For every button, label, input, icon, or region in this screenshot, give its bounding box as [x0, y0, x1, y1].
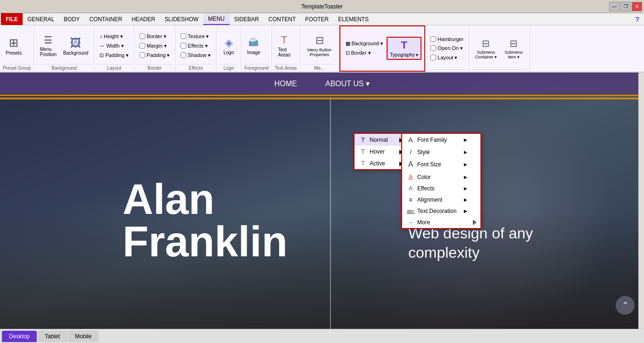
title-bar: TemplateToaster — ❐ ✕: [0, 0, 644, 13]
minimize-button[interactable]: —: [609, 2, 619, 11]
hamburger-button[interactable]: Hamburger: [428, 35, 466, 43]
tab-tablet[interactable]: Tablet: [38, 331, 67, 342]
menu-item-body[interactable]: BODY: [59, 13, 84, 25]
menu-item-container[interactable]: CONTAINER: [84, 13, 127, 25]
ribbon-group-preset: ⊞ Presets Preset Group: [0, 25, 34, 72]
texture-button[interactable]: Texture ▾: [178, 32, 213, 41]
canvas-area: HOME ABOUT US ▾ AlanFranklin Web design …: [0, 73, 644, 329]
submenu-container-button[interactable]: ⊟ SubmenuContainer ▾: [472, 36, 500, 61]
scroll-to-top-button[interactable]: ⌃: [616, 296, 635, 315]
canvas-hero-name: AlanFranklin: [123, 178, 288, 263]
layout-group-label: Layout: [97, 64, 131, 71]
border-group-label: Border: [137, 64, 172, 71]
margin-checkbox[interactable]: [140, 43, 145, 49]
app: TemplateToaster — ❐ ✕ FILE GENERAL BODY …: [0, 0, 644, 343]
layout2-checkbox[interactable]: [430, 55, 436, 60]
shadow-button[interactable]: Shadow ▾: [178, 51, 213, 60]
tab-desktop[interactable]: Desktop: [2, 331, 37, 342]
canvas-navigation: HOME ABOUT US ▾: [0, 73, 644, 96]
menu-item-menu[interactable]: MENU: [203, 13, 229, 25]
padding2-checkbox[interactable]: [140, 52, 145, 58]
color-icon: A: [407, 173, 414, 180]
menu-item-general[interactable]: GENERAL: [23, 13, 59, 25]
alignment-arrow: ▶: [464, 197, 471, 202]
submenu-color[interactable]: A Color ▶: [402, 171, 480, 183]
open-on-button[interactable]: Open On ▾: [428, 44, 466, 53]
layout2-button[interactable]: Layout ▾: [428, 53, 466, 62]
ribbon-group-hamburger: Hamburger Open On ▾ Layout ▾: [425, 25, 469, 72]
normal-label: Normal: [370, 137, 388, 143]
width-icon: ↔: [99, 43, 105, 49]
help-button[interactable]: ?: [635, 16, 643, 23]
open-on-checkbox[interactable]: [430, 45, 436, 51]
height-button[interactable]: ↕ Height ▾: [97, 32, 131, 41]
padding-button[interactable]: ⊡ Padding ▾: [97, 51, 131, 60]
text-areas-buttons: T TextAreas: [275, 27, 294, 64]
text-decoration-label: Text Decoration: [417, 208, 456, 214]
effects-checkbox[interactable]: [181, 43, 186, 49]
submenu-effects[interactable]: A Effects ▶: [402, 183, 480, 194]
presets-button[interactable]: ⊞ Presets: [3, 34, 25, 57]
logo-button[interactable]: ◈ Logo: [219, 35, 238, 57]
ribbon: ⊞ Presets Preset Group ☰ MenuPosition 🖼 …: [0, 25, 644, 73]
typography-group-label: [343, 68, 422, 70]
submenu-text-decoration[interactable]: abc Text Decoration ▶: [402, 205, 480, 217]
nav-about-arrow: ▾: [366, 80, 370, 88]
color-arrow: ▶: [464, 175, 471, 180]
height-icon: ↕: [99, 33, 102, 39]
tab-mobile[interactable]: Mobile: [68, 331, 99, 342]
window-controls: — ❐ ✕: [609, 2, 642, 11]
menu-bar: FILE GENERAL BODY CONTAINER HEADER SLIDE…: [0, 13, 644, 25]
ribbon-group-submenu: ⊟ SubmenuContainer ▾ ⊟ SubmenuItem ▾: [469, 25, 530, 72]
nav-about-us[interactable]: ABOUT US ▾: [325, 79, 370, 88]
menu-item-file[interactable]: FILE: [1, 13, 23, 25]
menu-button-properties-btn[interactable]: ⊟ Menu ButtonProperties: [303, 33, 336, 59]
menu-item-sidebar[interactable]: SIDEBAR: [230, 13, 264, 25]
submenu-item-button[interactable]: ⊟ SubmenuItem ▾: [501, 36, 527, 61]
hamburger-checkbox[interactable]: [430, 36, 436, 42]
submenu-group-label: [472, 69, 527, 71]
menu-item-header[interactable]: HEADER: [127, 13, 160, 25]
border2-icon: ⊡: [346, 50, 350, 56]
width-button[interactable]: ↔ Width ▾: [97, 41, 131, 50]
submenu-font-size[interactable]: A Font Size ▶: [402, 158, 480, 171]
maximize-button[interactable]: ❐: [620, 2, 631, 11]
submenu-more[interactable]: ··· More: [402, 217, 480, 228]
padding2-button[interactable]: Padding ▾: [137, 51, 172, 60]
background2-button[interactable]: ▦ Background ▾: [343, 39, 386, 48]
border-button[interactable]: Border ▾: [137, 32, 172, 41]
margin-button[interactable]: Margin ▾: [137, 41, 172, 50]
menu-position-button[interactable]: ☰ MenuPosition: [37, 33, 59, 59]
typography-label: Typography ▾: [390, 52, 418, 57]
more-label: More: [417, 219, 430, 226]
border2-button[interactable]: ⊡ Border ▾: [343, 49, 386, 57]
effects-sub-icon: A: [407, 185, 414, 192]
texture-checkbox[interactable]: [181, 33, 186, 39]
image-button[interactable]: 🏔 Image: [244, 35, 263, 57]
font-family-icon: A: [407, 136, 414, 144]
text-decoration-arrow: ▶: [464, 209, 471, 213]
menu-item-elements[interactable]: ELEMENTS: [333, 13, 373, 25]
text-decoration-icon: abc: [407, 209, 414, 214]
text-areas-button[interactable]: T TextAreas: [275, 32, 294, 59]
typography-button[interactable]: T Typography ▾: [387, 37, 421, 60]
background-button[interactable]: 🖼 Background: [60, 34, 91, 57]
menu-item-footer[interactable]: FOOTER: [300, 13, 333, 25]
effects-btn[interactable]: Effects ▾: [178, 41, 213, 50]
layout-buttons: ↕ Height ▾ ↔ Width ▾ ⊡ Padding ▾: [97, 27, 131, 64]
border-checkbox[interactable]: [140, 33, 145, 39]
border-buttons: Border ▾ Margin ▾ Padding ▾: [137, 27, 172, 64]
submenu-style[interactable]: I Style ▶: [402, 146, 480, 158]
submenu-font-family[interactable]: A Font Family ▶: [402, 134, 480, 146]
menu-item-content[interactable]: CONTENT: [264, 13, 300, 25]
close-button[interactable]: ✕: [632, 2, 642, 11]
alignment-icon: ≡: [407, 196, 414, 203]
canvas-vertical-divider: [330, 99, 331, 329]
menu-item-slideshow[interactable]: SLIDESHOW: [160, 13, 203, 25]
submenu-alignment[interactable]: ≡ Alignment ▶: [402, 194, 480, 205]
shadow-checkbox[interactable]: [181, 52, 186, 58]
image-icon: 🏔: [248, 37, 259, 49]
menu-btn-buttons: ⊟ Menu ButtonProperties: [303, 27, 336, 64]
ribbon-group-typography: ▦ Background ▾ ⊡ Border ▾ T Typography ▾: [339, 25, 426, 72]
nav-home[interactable]: HOME: [274, 80, 297, 88]
